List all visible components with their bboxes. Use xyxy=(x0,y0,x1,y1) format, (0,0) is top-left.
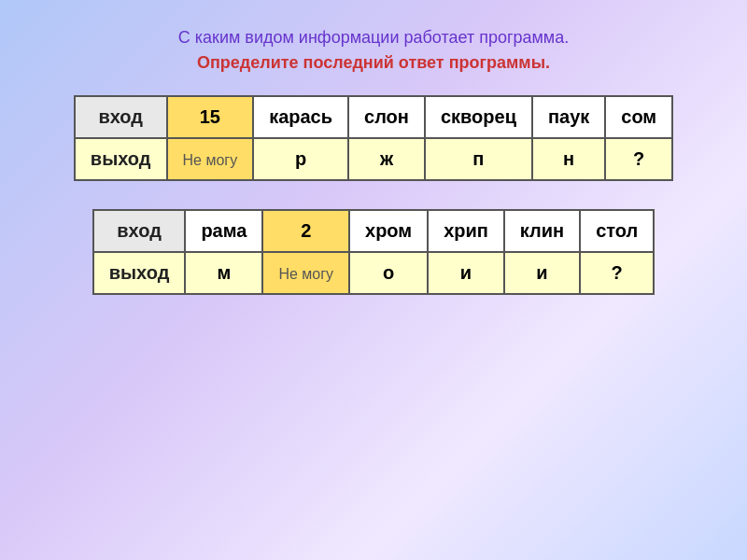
table1-r1-c1: вход xyxy=(75,96,167,138)
table2-r2-c3: Не могу xyxy=(262,252,349,294)
table1-r2-c2: Не могу xyxy=(167,138,254,180)
table1-r1-c6: паук xyxy=(532,96,605,138)
table1-row2: выход Не могу р ж п н ? xyxy=(75,138,672,180)
table2-r1-c7: стол xyxy=(580,210,654,252)
table1: вход 15 карась слон скворец паук сом вых… xyxy=(74,95,673,181)
question-line1: С каким видом информации работает програ… xyxy=(178,28,570,48)
table1-r2-c3: р xyxy=(253,138,348,180)
table2-container: вход рама 2 хром хрип клин стол выход м … xyxy=(92,209,655,295)
table1-r1-c3: карась xyxy=(253,96,348,138)
table2-r1-c1: вход xyxy=(93,210,186,252)
table2-row1: вход рама 2 хром хрип клин стол xyxy=(93,210,655,252)
question-line2: Определите последний ответ программы. xyxy=(197,53,550,73)
table2-row2: выход м Не могу о и и ? xyxy=(93,252,655,294)
table1-container: вход 15 карась слон скворец паук сом вых… xyxy=(74,95,673,181)
table1-r1-c7: сом xyxy=(605,96,672,138)
table1-r2-c4: ж xyxy=(348,138,425,180)
table2-r1-c2: рама xyxy=(185,210,262,252)
table1-r2-c1: выход xyxy=(75,138,167,180)
table2-r1-c6: клин xyxy=(504,210,580,252)
table1-r1-c2: 15 xyxy=(167,96,254,138)
table1-r2-c6: н xyxy=(532,138,605,180)
table1-r1-c4: слон xyxy=(348,96,425,138)
table2-r2-c5: и xyxy=(428,252,504,294)
table2-r2-c4: о xyxy=(349,252,428,294)
table2-r2-c2: м xyxy=(185,252,262,294)
table1-r1-c5: скворец xyxy=(425,96,532,138)
table2-r1-c3: 2 xyxy=(262,210,349,252)
table2-r1-c4: хром xyxy=(349,210,428,252)
table2-r1-c5: хрип xyxy=(428,210,504,252)
table1-r2-c7: ? xyxy=(605,138,672,180)
table2-r2-c7: ? xyxy=(580,252,654,294)
table1-row1: вход 15 карась слон скворец паук сом xyxy=(75,96,672,138)
table2: вход рама 2 хром хрип клин стол выход м … xyxy=(92,209,655,295)
table2-r2-c1: выход xyxy=(93,252,186,294)
table1-r2-c5: п xyxy=(425,138,532,180)
table2-r2-c6: и xyxy=(504,252,580,294)
